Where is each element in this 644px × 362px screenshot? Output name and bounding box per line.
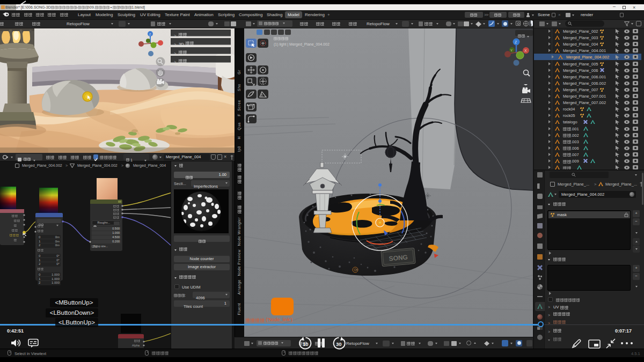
svg-text:X: X [524, 49, 527, 53]
svg-text:30: 30 [336, 341, 342, 347]
svg-text:Y: Y [510, 49, 513, 52]
svg-text:Z: Z [149, 33, 151, 36]
svg-text:Z: Z [515, 40, 517, 44]
svg-text:10: 10 [303, 341, 309, 347]
